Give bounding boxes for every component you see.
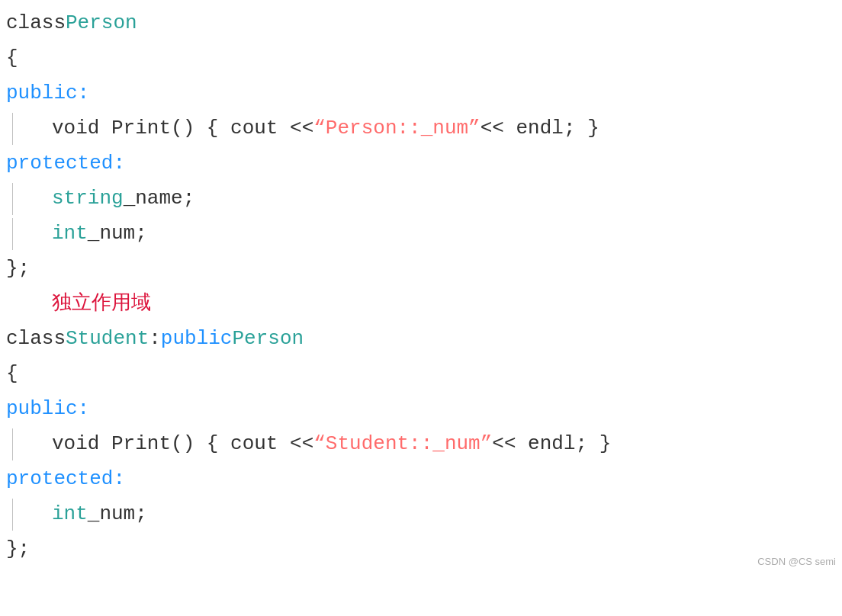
type-int-1: int [52, 218, 88, 250]
var-name: _name; [124, 183, 195, 215]
comment-standalone-scope: 独立作用域 [52, 288, 151, 320]
line-10: class Student :public Person [6, 323, 842, 358]
line-2: { [6, 43, 842, 78]
brace-open-2: { [6, 358, 18, 390]
classname-person: Person [66, 8, 137, 40]
brace-close-1: }; [6, 253, 30, 285]
line-16: }; [6, 534, 842, 569]
code-block: class Person { public: void Print() { co… [0, 0, 842, 576]
line-1: class Person [6, 8, 842, 43]
string-person-num: “Person::_num” [313, 113, 480, 145]
brace-open-1: { [6, 43, 18, 75]
brace-close-2: }; [6, 534, 30, 566]
endl-2: << endl; } [492, 428, 611, 460]
line-6: string _name; [6, 183, 842, 218]
line-3: public: [6, 78, 842, 113]
var-num-1: _num; [88, 218, 147, 250]
void-1: void Print() { cout << [52, 113, 313, 145]
indent-space-1 [6, 288, 52, 320]
classname-person-2: Person [232, 323, 304, 355]
type-string: string [52, 183, 124, 215]
line-5: protected: [6, 148, 842, 183]
line-14: protected: [6, 464, 842, 499]
access-protected-1: protected: [6, 148, 125, 180]
indent-marker-1 [6, 113, 52, 145]
access-protected-2: protected: [6, 464, 125, 496]
keyword-class-2: class [6, 323, 66, 355]
keyword-class-1: class [6, 8, 66, 40]
indent-marker-5 [6, 499, 52, 531]
line-7: int _num; [6, 218, 842, 253]
string-student-num: “Student::_num” [313, 428, 492, 460]
indent-marker-4 [6, 428, 52, 460]
line-9: 独立作用域 [6, 288, 842, 323]
indent-marker-2 [6, 183, 52, 215]
line-13: void Print() { cout << “Student::_num” <… [6, 428, 842, 464]
var-num-2: _num; [88, 499, 147, 531]
line-11: { [6, 358, 842, 393]
access-public-1: public: [6, 78, 89, 110]
line-4: void Print() { cout << “Person::_num” <<… [6, 113, 842, 148]
line-15: int _num; [6, 499, 842, 534]
endl-1: << endl; } [480, 113, 599, 145]
access-public-2: public: [6, 393, 89, 425]
void-2: void Print() { cout << [52, 428, 313, 460]
classname-student: Student [66, 323, 149, 355]
watermark: CSDN @CS semi [757, 554, 836, 570]
colon-public: : [149, 323, 161, 355]
line-12: public: [6, 393, 842, 428]
indent-marker-3 [6, 218, 52, 250]
access-public-inherit: public [161, 323, 233, 355]
line-8: }; [6, 253, 842, 288]
type-int-2: int [52, 499, 88, 531]
